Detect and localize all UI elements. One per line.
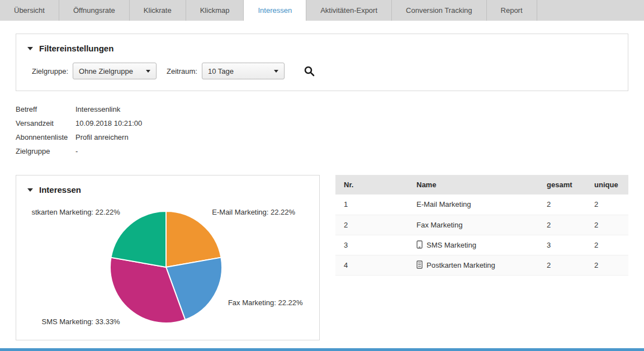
tab-uebersicht[interactable]: Übersicht — [0, 0, 59, 21]
cell-unique: 2 — [586, 255, 628, 275]
cell-name: Postkarten Marketing — [408, 255, 538, 275]
row-name-label: Postkarten Marketing — [427, 261, 495, 269]
detail-label: Zielgruppe — [16, 147, 75, 155]
tab-klickmap[interactable]: Klickmap — [186, 0, 244, 21]
row-name-label: Fax Marketing — [416, 221, 462, 229]
chevron-down-icon — [146, 70, 150, 73]
search-icon[interactable] — [304, 65, 315, 77]
pie-slice-postkarten-marketing[interactable] — [111, 211, 166, 267]
col-header-unique: unique — [586, 175, 628, 195]
detail-label: Versandzeit — [16, 119, 75, 127]
bottom-accent-bar — [0, 348, 644, 351]
zielgruppe-dropdown[interactable]: Ohne Zielgruppe — [73, 63, 157, 79]
detail-value: 10.09.2018 10:21:00 — [75, 119, 142, 127]
collapse-arrow-icon — [27, 47, 33, 50]
mailing-details: Betreff Interessenlink Versandzeit 10.09… — [16, 102, 628, 158]
zielgruppe-label: Zielgruppe: — [32, 67, 68, 75]
cell-gesamt: 3 — [538, 235, 586, 255]
detail-label: Abonnentenliste — [16, 133, 75, 141]
tab-aktivitaeten-export[interactable]: Aktivitäten-Export — [306, 0, 392, 21]
tab-conversion-tracking[interactable]: Conversion Tracking — [392, 0, 487, 21]
table-row: 1 E-Mail Marketing 2 2 — [335, 195, 628, 215]
interests-panel: Interessen E-Mail Marketing: 22.22%Fax M… — [16, 175, 320, 340]
collapse-arrow-icon — [27, 188, 33, 192]
main-content: Filtereinstellungen Zielgruppe: Ohne Zie… — [0, 21, 644, 340]
cell-gesamt: 2 — [538, 255, 586, 275]
cell-nr: 3 — [335, 235, 408, 255]
table-row: 2 Fax Marketing 2 2 — [335, 215, 628, 235]
table-header-row: Nr. Name gesamt unique — [335, 175, 628, 195]
cell-unique: 2 — [586, 195, 628, 215]
col-header-nr: Nr. — [335, 175, 408, 195]
chevron-down-icon — [274, 70, 278, 73]
tab-oeffnungsrate[interactable]: Öffnungsrate — [59, 0, 130, 21]
col-header-name: Name — [408, 175, 538, 195]
tab-klickrate[interactable]: Klickrate — [130, 0, 186, 21]
interests-table: Nr. Name gesamt unique 1 E-Mail Marketin… — [335, 175, 628, 276]
zielgruppe-selected-value: Ohne Zielgruppe — [79, 67, 133, 75]
row-name-label: SMS Marketing — [427, 241, 476, 249]
cell-name: SMS Marketing — [408, 235, 538, 255]
interests-panel-header[interactable]: Interessen — [16, 185, 319, 195]
pie-slice-label: E-Mail Marketing: 22.22% — [212, 208, 295, 216]
detail-value: - — [75, 147, 78, 155]
postcard-icon — [416, 260, 423, 269]
detail-row-versandzeit: Versandzeit 10.09.2018 10:21:00 — [16, 116, 628, 130]
cell-nr: 2 — [335, 215, 408, 235]
cell-gesamt: 2 — [538, 195, 586, 215]
pie-slice-label: stkarten Marketing: 22.22% — [31, 208, 120, 216]
detail-value: Profil anreichern — [75, 133, 129, 141]
detail-row-zielgruppe: Zielgruppe - — [16, 144, 628, 158]
cell-unique: 2 — [586, 235, 628, 255]
filter-panel: Filtereinstellungen Zielgruppe: Ohne Zie… — [16, 34, 628, 91]
cell-nr: 4 — [335, 255, 408, 275]
filter-controls: Zielgruppe: Ohne Zielgruppe Zeitraum: 10… — [27, 63, 617, 79]
tab-bar: Übersicht Öffnungsrate Klickrate Klickma… — [0, 0, 644, 21]
filter-panel-header[interactable]: Filtereinstellungen — [27, 44, 617, 53]
cell-name: Fax Marketing — [408, 215, 538, 235]
detail-row-abonnentenliste: Abonnentenliste Profil anreichern — [16, 130, 628, 144]
cell-gesamt: 2 — [538, 215, 586, 235]
interests-panel-title: Interessen — [39, 185, 81, 195]
cell-name: E-Mail Marketing — [408, 195, 538, 215]
interests-pie-chart: E-Mail Marketing: 22.22%Fax Marketing: 2… — [16, 199, 319, 333]
mobile-icon — [416, 240, 423, 249]
table-row: 4 Postkarten Marketing 2 2 — [335, 255, 628, 275]
detail-value: Interessenlink — [75, 105, 120, 113]
tab-report[interactable]: Report — [487, 0, 537, 21]
pie-slice-label: SMS Marketing: 33.33% — [42, 317, 121, 326]
cell-nr: 1 — [335, 195, 408, 215]
interests-table-wrap: Nr. Name gesamt unique 1 E-Mail Marketin… — [335, 175, 628, 276]
tab-interessen[interactable]: Interessen — [244, 0, 306, 21]
zeitraum-dropdown[interactable]: 10 Tage — [202, 63, 285, 79]
table-row: 3 SMS Marketing 3 2 — [335, 235, 628, 255]
pie-slice-label: Fax Marketing: 22.22% — [228, 298, 303, 307]
col-header-gesamt: gesamt — [538, 175, 586, 195]
detail-label: Betreff — [16, 105, 75, 113]
zeitraum-label: Zeitraum: — [167, 67, 197, 75]
zeitraum-selected-value: 10 Tage — [208, 67, 234, 75]
filter-panel-title: Filtereinstellungen — [39, 44, 113, 53]
row-name-label: E-Mail Marketing — [416, 200, 471, 208]
cell-unique: 2 — [586, 215, 628, 235]
bottom-area: Interessen E-Mail Marketing: 22.22%Fax M… — [16, 175, 628, 340]
detail-row-betreff: Betreff Interessenlink — [16, 102, 628, 116]
